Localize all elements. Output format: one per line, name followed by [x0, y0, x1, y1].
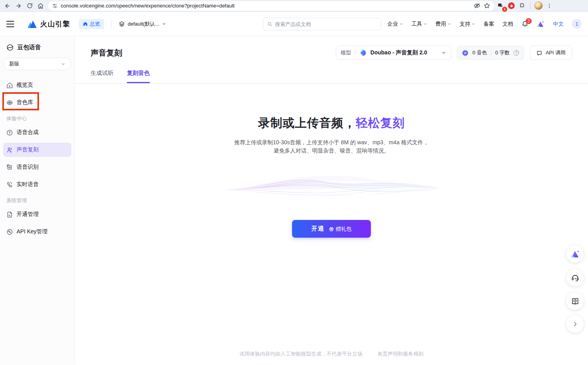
api-call-button[interactable]: API 调用	[530, 46, 572, 60]
browser-menu-icon[interactable]	[544, 1, 555, 11]
quota-badge: 0 音色 0 字数 ?	[457, 46, 525, 60]
sidebar-item-api-key[interactable]: API Key管理	[3, 225, 71, 239]
customer-service-float-button[interactable]	[566, 269, 584, 286]
extension-shortcut-icon[interactable]: 1	[495, 1, 505, 11]
activate-label: 开通	[311, 225, 325, 233]
model-value: Doubao - 声音复刻 2.0	[370, 49, 427, 56]
key-icon	[6, 229, 13, 235]
sidebar-item-voice-library[interactable]: 音色库	[3, 95, 71, 110]
sidebar-item-realtime-voice[interactable]: 实时语音	[3, 177, 71, 192]
help-icon[interactable]: ?	[514, 50, 519, 56]
gift-package: 赠礼包	[329, 225, 352, 233]
sidebar-item-asr[interactable]: 语音识别	[3, 160, 71, 174]
url-bar[interactable]: console.volcengine.com/speech/new/experi…	[48, 1, 494, 11]
chevron-down-icon	[162, 22, 166, 26]
footer: 试用体验内容均由人工智能模型生成，不代表平台立场免责声明和服务规则	[75, 350, 588, 358]
sidebar: 豆包语音 新版 概览页 音色库 体验中心 语音合成	[0, 36, 75, 365]
extensions-puzzle-icon[interactable]	[517, 1, 527, 11]
menu-docs[interactable]: 文档	[502, 20, 513, 28]
tab-clone-voice[interactable]: 复刻音色	[127, 69, 150, 83]
layers-icon	[119, 21, 125, 27]
sidebar-item-voice-clone[interactable]: 声音复刻	[3, 143, 71, 157]
menu-beian[interactable]: 备案	[484, 20, 494, 28]
adblock-icon[interactable]	[506, 1, 516, 11]
phone-voice-icon	[6, 181, 13, 188]
language-switch[interactable]: 中文	[553, 20, 564, 28]
chevron-down-icon	[61, 62, 65, 66]
overview-nav-button[interactable]: 总览	[79, 19, 104, 29]
sidebar-item-activation[interactable]: 开通管理	[3, 207, 71, 222]
version-selector[interactable]: 新版	[3, 58, 71, 70]
search-input[interactable]	[275, 21, 377, 27]
open-book-icon	[571, 297, 579, 305]
console-top-nav: 火山引擎 总览 default(默认... 企业 工具 费用 支持 备案 文档	[0, 12, 588, 36]
sidebar-section-system: 系统管理	[6, 197, 68, 204]
model-label: 模型	[341, 49, 351, 56]
doubao-voice-icon	[6, 44, 14, 51]
project-selector[interactable]: default(默认...	[119, 20, 166, 28]
volcengine-logo[interactable]: 火山引擎	[27, 19, 70, 29]
ai-assistant-icon[interactable]	[537, 20, 545, 28]
hero-title: 录制或上传音频，轻松复刻	[75, 115, 588, 131]
menu-support[interactable]: 支持	[460, 20, 475, 28]
ai-mountain-icon	[570, 250, 580, 258]
headset-icon	[571, 274, 579, 282]
menu-tools[interactable]: 工具	[411, 20, 427, 28]
quota-chars: 0 字数	[495, 49, 510, 56]
speech-synthesis-icon	[6, 129, 13, 136]
quota-voices: 0 音色	[473, 49, 487, 56]
browser-reload-icon[interactable]	[24, 1, 35, 11]
project-name: default(默认...	[128, 20, 159, 28]
footer-disclaimer: 试用体验内容均由人工智能模型生成，不代表平台立场	[240, 351, 363, 357]
sidebar-item-overview-page[interactable]: 概览页	[3, 78, 71, 92]
voice-card-icon	[6, 99, 13, 106]
page-title: 声音复刻	[91, 48, 122, 58]
browser-back-icon[interactable]	[2, 1, 13, 11]
profile-avatar[interactable]	[533, 1, 543, 11]
product-header: 豆包语音	[3, 42, 71, 53]
collapse-float-button[interactable]	[566, 315, 584, 333]
tab-generate-audition[interactable]: 生成试听	[91, 69, 114, 83]
extension-badge: 1	[502, 7, 507, 12]
nav-divider	[111, 20, 112, 28]
code-bubble-icon	[536, 50, 542, 56]
url-text[interactable]: console.volcengine.com/speech/new/experi…	[61, 3, 471, 9]
hero-description: 推荐上传或录制10-30s音频，上传支持小于 8M 的 wav、mp3、m4a …	[75, 138, 588, 155]
account-avatar[interactable]: 1	[572, 19, 582, 29]
overview-label: 总览	[90, 20, 100, 28]
gift-icon	[329, 226, 334, 232]
waveform-graphic	[221, 171, 442, 204]
chevron-down-icon	[471, 22, 475, 26]
browser-home-icon[interactable]	[35, 1, 46, 11]
main-content: 声音复刻 模型 Doubao - 声音复刻 2.0	[75, 36, 588, 365]
eye-off-icon[interactable]	[474, 2, 480, 9]
menu-enterprise[interactable]: 企业	[387, 20, 403, 28]
house-icon	[6, 82, 13, 89]
site-settings-icon[interactable]	[52, 3, 58, 9]
bookmark-star-icon[interactable]	[484, 2, 490, 9]
hamburger-menu-icon[interactable]	[6, 19, 17, 30]
hero-section: 录制或上传音频，轻松复刻 推荐上传或录制10-30s音频，上传支持小于 8M 的…	[75, 115, 588, 155]
chevron-down-icon	[399, 22, 403, 26]
docs-float-button[interactable]	[566, 292, 584, 310]
menu-billing[interactable]: 费用	[435, 20, 451, 28]
divider	[491, 50, 491, 55]
ai-helper-float-button[interactable]	[566, 245, 584, 263]
sidebar-item-tts[interactable]: 语音合成	[3, 125, 71, 140]
document-icon	[6, 211, 13, 218]
voice-clone-icon	[6, 147, 13, 153]
hero-highlight: 轻松复刻	[356, 116, 405, 129]
notification-badge: 2	[526, 18, 532, 24]
volcengine-mountain-icon	[27, 20, 37, 28]
speech-recognition-icon	[6, 164, 13, 171]
doubao-logo-icon	[359, 49, 367, 56]
quota-voice-icon	[462, 50, 469, 56]
global-search[interactable]	[263, 18, 381, 30]
notification-bell-icon[interactable]: 2	[521, 20, 528, 28]
search-icon	[267, 21, 272, 27]
sidebar-section-experience: 体验中心	[6, 115, 68, 122]
activate-button[interactable]: 开通 赠礼包	[292, 220, 371, 238]
footer-terms-link[interactable]: 免责声明和服务规则	[378, 351, 424, 357]
model-selector[interactable]: 模型 Doubao - 声音复刻 2.0	[336, 46, 451, 60]
browser-forward-icon[interactable]	[13, 1, 24, 11]
